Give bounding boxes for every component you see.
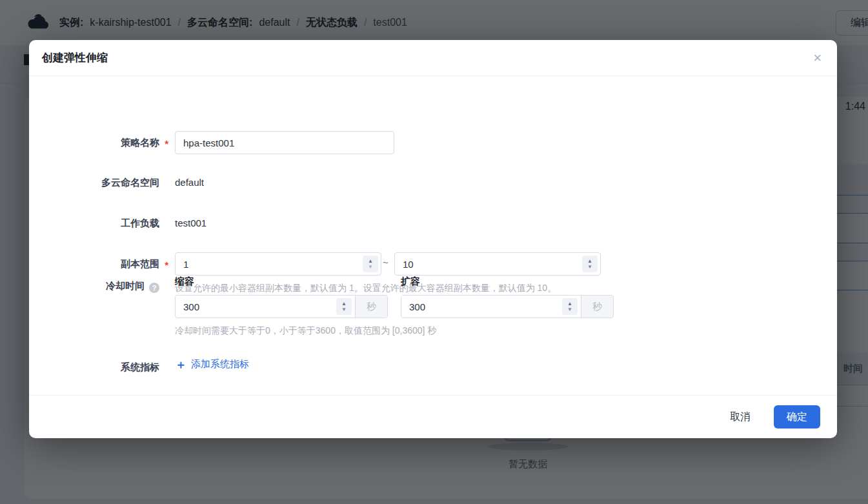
spinner-down-icon[interactable]: ▼ — [341, 307, 347, 312]
spinner-up-icon[interactable]: ▲ — [341, 301, 347, 307]
spinner-up-icon[interactable]: ▲ — [587, 258, 592, 264]
system-metrics-label: 系统指标 — [29, 360, 159, 374]
scale-in-sublabel: 缩容 — [175, 275, 194, 288]
cooldown-label: 冷却时间? — [29, 279, 159, 293]
scale-out-cooldown-input[interactable] — [401, 296, 581, 318]
scale-out-cooldown-field: ▲ ▼ 秒 — [401, 295, 614, 318]
policy-name-input[interactable] — [175, 131, 394, 154]
seconds-unit-addon: 秒 — [355, 296, 387, 318]
replica-max-input[interactable] — [394, 252, 601, 276]
confirm-button[interactable]: 确定 — [774, 405, 820, 428]
replica-min-spinner[interactable]: ▲ ▼ — [363, 256, 378, 272]
spinner-down-icon[interactable]: ▼ — [567, 307, 572, 312]
create-hpa-modal: 创建弹性伸缩 × 策略名称 * 多云命名空间 default 工作负载 test… — [29, 40, 837, 438]
namespace-label: 多云命名空间 — [29, 176, 159, 190]
range-separator: ~ — [383, 257, 389, 268]
replica-max-field: ▲ ▼ — [394, 252, 601, 276]
spinner-up-icon[interactable]: ▲ — [567, 301, 572, 307]
spinner-up-icon[interactable]: ▲ — [368, 258, 373, 264]
spinner-down-icon[interactable]: ▼ — [587, 264, 592, 270]
required-mark: * — [165, 258, 168, 272]
replica-max-spinner[interactable]: ▲ ▼ — [582, 256, 598, 272]
scale-in-cooldown-field: ▲ ▼ 秒 — [175, 295, 388, 318]
replica-min-field: ▲ ▼ — [175, 252, 381, 276]
replica-min-input[interactable] — [175, 252, 381, 276]
plus-icon: ＋ — [175, 359, 187, 370]
workload-value: test001 — [175, 216, 207, 230]
scale-in-cooldown-input[interactable] — [176, 296, 355, 318]
close-icon[interactable]: × — [813, 51, 822, 65]
add-system-metric-label: 添加系统指标 — [191, 358, 249, 370]
scale-in-spinner[interactable]: ▲ ▼ — [336, 298, 352, 315]
replica-range-help: 设置允许的最小容器组副本数量，默认值为 1。设置允许的最大容器组副本数量，默认值… — [175, 283, 556, 293]
add-system-metric-button[interactable]: ＋ 添加系统指标 — [175, 358, 249, 370]
seconds-unit-addon: 秒 — [581, 296, 613, 318]
workload-label: 工作负载 — [29, 216, 159, 230]
scale-out-sublabel: 扩容 — [401, 275, 420, 288]
cancel-button[interactable]: 取消 — [730, 410, 751, 424]
required-mark: * — [165, 137, 168, 151]
namespace-value: default — [175, 176, 204, 190]
modal-footer: 取消 确定 — [29, 395, 837, 438]
policy-name-label: 策略名称 * — [29, 136, 159, 150]
modal-title: 创建弹性伸缩 — [42, 50, 108, 65]
help-icon[interactable]: ? — [149, 283, 159, 293]
modal-header: 创建弹性伸缩 × — [29, 40, 837, 76]
cooldown-help: 冷却时间需要大于等于0，小于等于3600，取值范围为 [0,3600] 秒 — [175, 325, 436, 336]
replica-range-label: 副本范围 * — [29, 257, 159, 271]
modal-body: 策略名称 * 多云命名空间 default 工作负载 test001 副本范围 … — [29, 76, 837, 395]
spinner-down-icon[interactable]: ▼ — [368, 264, 373, 270]
scale-out-spinner[interactable]: ▲ ▼ — [562, 298, 578, 315]
